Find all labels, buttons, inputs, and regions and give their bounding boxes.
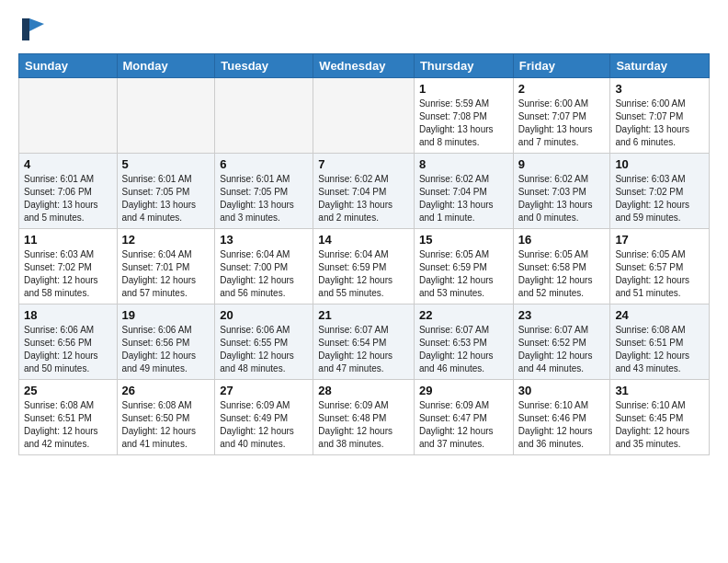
- weekday-header-row: SundayMondayTuesdayWednesdayThursdayFrid…: [19, 54, 710, 78]
- calendar-cell: 10Sunrise: 6:03 AM Sunset: 7:02 PM Dayli…: [610, 154, 710, 229]
- day-info: Sunrise: 6:08 AM Sunset: 6:50 PM Dayligh…: [122, 399, 210, 451]
- calendar-week-5: 25Sunrise: 6:08 AM Sunset: 6:51 PM Dayli…: [19, 380, 710, 455]
- calendar-cell: 31Sunrise: 6:10 AM Sunset: 6:45 PM Dayli…: [610, 380, 710, 455]
- calendar-cell: 14Sunrise: 6:04 AM Sunset: 6:59 PM Dayli…: [313, 229, 415, 304]
- calendar-cell: 25Sunrise: 6:08 AM Sunset: 6:51 PM Dayli…: [19, 380, 118, 455]
- calendar-cell: [19, 78, 118, 154]
- day-number: 8: [419, 157, 508, 171]
- weekday-header-thursday: Thursday: [414, 54, 513, 78]
- calendar-week-3: 11Sunrise: 6:03 AM Sunset: 7:02 PM Dayli…: [19, 229, 710, 304]
- day-info: Sunrise: 6:06 AM Sunset: 6:55 PM Dayligh…: [220, 324, 308, 375]
- day-info: Sunrise: 6:10 AM Sunset: 6:46 PM Dayligh…: [518, 399, 606, 451]
- day-info: Sunrise: 6:08 AM Sunset: 6:51 PM Dayligh…: [24, 399, 112, 451]
- calendar-cell: 4Sunrise: 6:01 AM Sunset: 7:06 PM Daylig…: [19, 154, 118, 229]
- day-info: Sunrise: 6:07 AM Sunset: 6:52 PM Dayligh…: [518, 324, 606, 375]
- day-number: 14: [318, 233, 409, 247]
- day-number: 20: [220, 308, 308, 322]
- day-info: Sunrise: 6:09 AM Sunset: 6:47 PM Dayligh…: [419, 399, 508, 451]
- day-info: Sunrise: 6:03 AM Sunset: 7:02 PM Dayligh…: [24, 248, 112, 300]
- day-number: 12: [122, 233, 210, 247]
- day-number: 5: [122, 157, 210, 171]
- calendar-cell: 22Sunrise: 6:07 AM Sunset: 6:53 PM Dayli…: [414, 304, 513, 380]
- day-info: Sunrise: 5:59 AM Sunset: 7:08 PM Dayligh…: [419, 98, 508, 149]
- day-number: 11: [24, 233, 112, 247]
- calendar-cell: 27Sunrise: 6:09 AM Sunset: 6:49 PM Dayli…: [215, 380, 313, 455]
- day-info: Sunrise: 6:09 AM Sunset: 6:49 PM Dayligh…: [220, 399, 308, 451]
- day-info: Sunrise: 6:05 AM Sunset: 6:59 PM Dayligh…: [419, 248, 508, 300]
- calendar-cell: 30Sunrise: 6:10 AM Sunset: 6:46 PM Dayli…: [513, 380, 610, 455]
- calendar-cell: 2Sunrise: 6:00 AM Sunset: 7:07 PM Daylig…: [513, 78, 610, 154]
- page: SundayMondayTuesdayWednesdayThursdayFrid…: [0, 0, 728, 470]
- day-number: 29: [419, 384, 508, 397]
- calendar-cell: 9Sunrise: 6:02 AM Sunset: 7:03 PM Daylig…: [513, 154, 610, 229]
- weekday-header-sunday: Sunday: [19, 54, 118, 78]
- day-info: Sunrise: 6:02 AM Sunset: 7:04 PM Dayligh…: [318, 173, 409, 224]
- day-info: Sunrise: 6:06 AM Sunset: 6:56 PM Dayligh…: [122, 324, 210, 375]
- calendar-cell: 17Sunrise: 6:05 AM Sunset: 6:57 PM Dayli…: [610, 229, 710, 304]
- day-number: 13: [220, 233, 308, 247]
- calendar-cell: [215, 78, 313, 154]
- day-info: Sunrise: 6:04 AM Sunset: 7:00 PM Dayligh…: [220, 248, 308, 300]
- day-number: 28: [318, 384, 409, 397]
- day-info: Sunrise: 6:04 AM Sunset: 6:59 PM Dayligh…: [318, 248, 409, 300]
- day-info: Sunrise: 6:05 AM Sunset: 6:58 PM Dayligh…: [518, 248, 606, 300]
- day-number: 22: [419, 308, 508, 322]
- day-info: Sunrise: 6:01 AM Sunset: 7:06 PM Dayligh…: [24, 173, 112, 224]
- day-info: Sunrise: 6:10 AM Sunset: 6:45 PM Dayligh…: [615, 399, 704, 451]
- weekday-header-friday: Friday: [513, 54, 610, 78]
- header: [18, 15, 710, 44]
- calendar-cell: 18Sunrise: 6:06 AM Sunset: 6:56 PM Dayli…: [19, 304, 118, 380]
- calendar-cell: [313, 78, 415, 154]
- day-info: Sunrise: 6:06 AM Sunset: 6:56 PM Dayligh…: [24, 324, 112, 375]
- day-number: 17: [615, 233, 704, 247]
- day-number: 21: [318, 308, 409, 322]
- day-number: 15: [419, 233, 508, 247]
- day-number: 7: [318, 157, 409, 171]
- day-info: Sunrise: 6:05 AM Sunset: 6:57 PM Dayligh…: [615, 248, 704, 300]
- calendar-cell: 7Sunrise: 6:02 AM Sunset: 7:04 PM Daylig…: [313, 154, 415, 229]
- day-number: 9: [518, 157, 606, 171]
- logo: [18, 15, 51, 44]
- calendar-cell: 6Sunrise: 6:01 AM Sunset: 7:05 PM Daylig…: [215, 154, 313, 229]
- day-number: 6: [220, 157, 308, 171]
- day-number: 25: [24, 384, 112, 397]
- calendar-cell: 5Sunrise: 6:01 AM Sunset: 7:05 PM Daylig…: [117, 154, 215, 229]
- day-number: 26: [122, 384, 210, 397]
- day-number: 23: [518, 308, 606, 322]
- weekday-header-saturday: Saturday: [610, 54, 710, 78]
- day-number: 30: [518, 384, 606, 397]
- svg-rect-0: [22, 18, 29, 40]
- calendar-table: SundayMondayTuesdayWednesdayThursdayFrid…: [18, 53, 710, 455]
- calendar-cell: 15Sunrise: 6:05 AM Sunset: 6:59 PM Dayli…: [414, 229, 513, 304]
- weekday-header-monday: Monday: [117, 54, 215, 78]
- calendar-cell: 28Sunrise: 6:09 AM Sunset: 6:48 PM Dayli…: [313, 380, 415, 455]
- day-number: 16: [518, 233, 606, 247]
- day-number: 27: [220, 384, 308, 397]
- day-number: 24: [615, 308, 704, 322]
- calendar-week-2: 4Sunrise: 6:01 AM Sunset: 7:06 PM Daylig…: [19, 154, 710, 229]
- day-info: Sunrise: 6:00 AM Sunset: 7:07 PM Dayligh…: [615, 98, 704, 149]
- day-info: Sunrise: 6:01 AM Sunset: 7:05 PM Dayligh…: [220, 173, 308, 224]
- day-info: Sunrise: 6:02 AM Sunset: 7:03 PM Dayligh…: [518, 173, 606, 224]
- day-number: 1: [419, 82, 508, 96]
- day-number: 10: [615, 157, 704, 171]
- calendar-cell: 26Sunrise: 6:08 AM Sunset: 6:50 PM Dayli…: [117, 380, 215, 455]
- weekday-header-tuesday: Tuesday: [215, 54, 313, 78]
- calendar-cell: 11Sunrise: 6:03 AM Sunset: 7:02 PM Dayli…: [19, 229, 118, 304]
- calendar-cell: 19Sunrise: 6:06 AM Sunset: 6:56 PM Dayli…: [117, 304, 215, 380]
- calendar-cell: 8Sunrise: 6:02 AM Sunset: 7:04 PM Daylig…: [414, 154, 513, 229]
- day-number: 3: [615, 82, 704, 96]
- calendar-cell: 24Sunrise: 6:08 AM Sunset: 6:51 PM Dayli…: [610, 304, 710, 380]
- logo-icon: [18, 15, 48, 44]
- day-info: Sunrise: 6:02 AM Sunset: 7:04 PM Dayligh…: [419, 173, 508, 224]
- calendar-cell: 29Sunrise: 6:09 AM Sunset: 6:47 PM Dayli…: [414, 380, 513, 455]
- svg-marker-1: [29, 18, 44, 31]
- day-info: Sunrise: 6:01 AM Sunset: 7:05 PM Dayligh…: [122, 173, 210, 224]
- day-number: 31: [615, 384, 704, 397]
- day-info: Sunrise: 6:07 AM Sunset: 6:53 PM Dayligh…: [419, 324, 508, 375]
- calendar-cell: 12Sunrise: 6:04 AM Sunset: 7:01 PM Dayli…: [117, 229, 215, 304]
- calendar-cell: 13Sunrise: 6:04 AM Sunset: 7:00 PM Dayli…: [215, 229, 313, 304]
- day-number: 18: [24, 308, 112, 322]
- calendar-cell: 1Sunrise: 5:59 AM Sunset: 7:08 PM Daylig…: [414, 78, 513, 154]
- day-number: 19: [122, 308, 210, 322]
